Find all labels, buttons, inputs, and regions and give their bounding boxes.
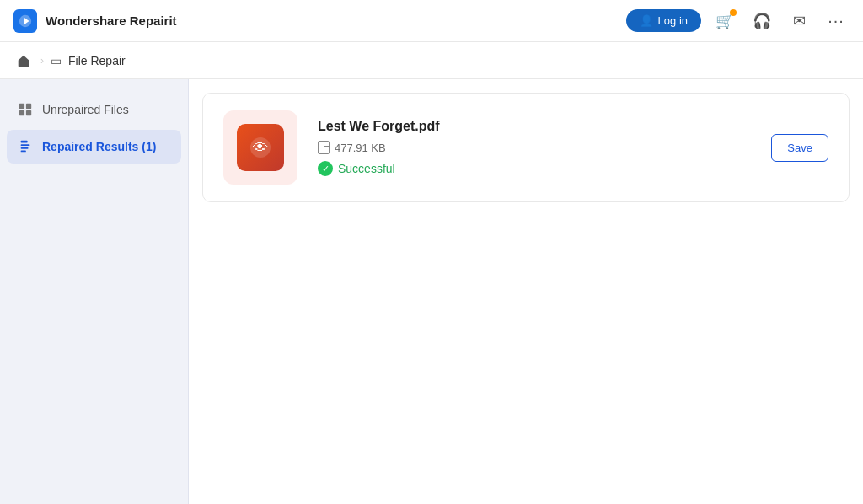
login-label: Log in [658, 14, 688, 27]
home-icon [16, 53, 31, 68]
svg-rect-1 [19, 104, 24, 109]
eye-symbol: 👁 [253, 139, 268, 157]
file-size-row: 477.91 KB [318, 141, 751, 154]
file-info: Lest We Forget.pdf 477.91 KB ✓ Successfu… [318, 119, 751, 176]
svg-rect-6 [21, 144, 30, 146]
file-size: 477.91 KB [335, 142, 386, 154]
menu-button[interactable]: ··· [823, 8, 850, 35]
titlebar-right: 👤 Log in 🛒 🎧 ✉ ··· [626, 8, 850, 35]
headset-button[interactable]: 🎧 [748, 8, 775, 35]
svg-rect-4 [26, 110, 31, 115]
svg-rect-7 [21, 147, 29, 149]
status-text: Successful [338, 162, 395, 175]
nav-section-label: File Repair [68, 54, 126, 67]
mail-icon: ✉ [793, 12, 806, 30]
svg-rect-5 [21, 141, 28, 143]
file-thumb-inner: 👁 [237, 124, 284, 171]
person-icon: 👤 [640, 14, 653, 27]
menu-icon: ··· [828, 11, 844, 30]
unrepaired-label: Unrepaired Files [42, 103, 129, 116]
sidebar-item-repaired[interactable]: Repaired Results (1) [7, 130, 181, 164]
nav-separator: › [40, 55, 44, 67]
navbar: › ▭ File Repair [0, 42, 863, 79]
svg-rect-3 [19, 110, 24, 115]
main-layout: Unrepaired Files Repaired Results (1) [0, 79, 863, 504]
file-thumbnail: 👁 [223, 110, 297, 185]
titlebar-left: Wondershare Repairit [13, 9, 177, 33]
cart-badge [730, 9, 737, 16]
file-repair-icon: ▭ [51, 54, 62, 67]
svg-rect-2 [26, 104, 31, 109]
repaired-label: Repaired Results (1) [42, 140, 156, 153]
file-card: 👁 Lest We Forget.pdf 477.91 KB ✓ Success… [202, 93, 850, 202]
home-button[interactable] [13, 51, 34, 71]
app-logo [13, 9, 37, 33]
app-title: Wondershare Repairit [46, 13, 177, 28]
content-area: 👁 Lest We Forget.pdf 477.91 KB ✓ Success… [189, 79, 863, 504]
save-button[interactable]: Save [771, 134, 828, 162]
repaired-icon [17, 138, 34, 155]
file-small-icon [318, 141, 330, 154]
sidebar-item-unrepaired[interactable]: Unrepaired Files [7, 93, 181, 126]
mail-button[interactable]: ✉ [785, 8, 812, 35]
cart-button[interactable]: 🛒 [711, 8, 738, 35]
headset-icon: 🎧 [753, 12, 771, 30]
status-row: ✓ Successful [318, 161, 751, 176]
play-icon: 👁 [250, 137, 271, 158]
unrepaired-icon [17, 101, 34, 118]
status-check-icon: ✓ [318, 161, 333, 176]
logo-icon [18, 13, 33, 29]
file-name: Lest We Forget.pdf [318, 119, 751, 134]
titlebar: Wondershare Repairit 👤 Log in 🛒 🎧 ✉ ··· [0, 0, 863, 42]
sidebar: Unrepaired Files Repaired Results (1) [0, 79, 189, 504]
login-button[interactable]: 👤 Log in [626, 9, 701, 32]
svg-rect-8 [21, 151, 26, 153]
